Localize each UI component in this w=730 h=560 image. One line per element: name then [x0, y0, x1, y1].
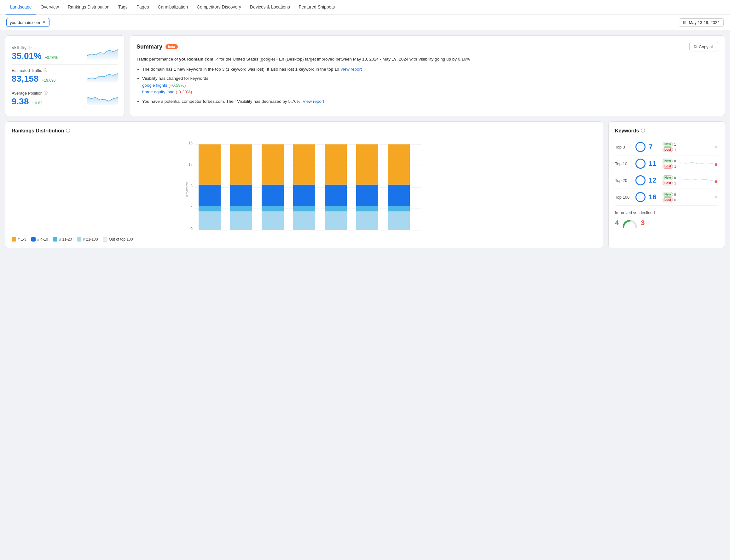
svg-text:8: 8	[190, 184, 193, 188]
bottom-row: Rankings Distribution ⓘ 0 4 8 12 16	[5, 121, 725, 248]
visibility-sparkline	[87, 47, 118, 60]
nav-featured-snippets[interactable]: Featured Snippets	[295, 0, 339, 15]
kw1-link[interactable]: google flights	[142, 83, 167, 88]
bullet1-text: The domain has 1 new keyword in the top …	[142, 67, 339, 72]
top100-label: Top 100	[615, 195, 632, 200]
summary-header: Summary beta ⧉ Copy all	[137, 42, 718, 51]
declined-value: 3	[641, 219, 645, 227]
nav-tags[interactable]: Tags	[114, 0, 131, 15]
bar5-1-3	[325, 144, 347, 185]
legend-1-3-dot	[12, 237, 16, 242]
bullet2-text: Visibility has changed for keywords:	[142, 76, 210, 81]
summary-bullets: The domain has 1 new keyword in the top …	[137, 66, 718, 105]
nav-competitors-discovery[interactable]: Competitors Discovery	[193, 0, 245, 15]
bar6-21-100	[356, 212, 378, 230]
bar2-1-3	[230, 144, 252, 185]
domain-link[interactable]: ↗	[215, 57, 219, 61]
nav-cannibalization[interactable]: Cannibalization	[154, 0, 192, 15]
top20-new-lost: New 0 Lost 1	[663, 175, 676, 185]
nav-rankings-distribution[interactable]: Rankings Distribution	[64, 0, 113, 15]
chart-legend: # 1-3 # 4-10 # 11-20 # 21-100 Out of top…	[12, 237, 597, 242]
top100-lost-val: 0	[674, 198, 676, 202]
gauge-icon	[622, 218, 638, 228]
bullet1-link[interactable]: View report	[341, 67, 362, 72]
svg-text:May 18: May 18	[362, 233, 373, 233]
bar6-1-3	[356, 144, 378, 185]
keywords-top100-row: Top 100 16 New 0 Lost 0	[615, 189, 718, 206]
top3-new-val: 1	[674, 143, 676, 146]
bar4-21-100	[293, 212, 315, 230]
top20-value: 12	[649, 176, 658, 184]
nav-pages[interactable]: Pages	[133, 0, 153, 15]
visibility-label: Visibility	[12, 45, 26, 50]
nav-devices-locations[interactable]: Devices & Locations	[246, 0, 294, 15]
svg-text:12: 12	[189, 162, 193, 167]
bar4-11-20	[293, 206, 315, 212]
legend-11-20-dot	[53, 237, 57, 242]
improved-declined-section: Improved vs. declined 4 3	[615, 207, 718, 228]
top20-sparkline	[679, 176, 718, 185]
copy-label: Copy all	[699, 44, 714, 49]
traffic-info-icon[interactable]: ⓘ	[44, 68, 47, 73]
kw2-change: (-0.29%)	[176, 90, 192, 94]
domain-clear-button[interactable]: ✕	[42, 20, 46, 25]
traffic-metric: Estimated Traffic ⓘ 83,158 +19,690	[12, 65, 118, 87]
position-info-icon[interactable]: ⓘ	[44, 90, 48, 96]
bar4-4-10	[293, 185, 315, 206]
top100-new-badge: New	[663, 192, 673, 197]
position-sparkline	[87, 92, 118, 105]
navigation: Landscape Overview Rankings Distribution…	[0, 0, 730, 15]
copy-all-button[interactable]: ⧉ Copy all	[689, 42, 718, 51]
top20-lost-val: 1	[674, 181, 676, 185]
keywords-top10-row: Top 10 11 New 0 Lost 1	[615, 155, 718, 172]
top3-label: Top 3	[615, 145, 632, 149]
rankings-chart-svg: 0 4 8 12 16 Keywords	[12, 139, 597, 233]
top3-lost-val: 1	[674, 148, 676, 152]
legend-1-3: # 1-3	[12, 237, 26, 242]
main-content: Visibility ⓘ 35.01% +0.16%	[0, 30, 730, 253]
keywords-info-icon[interactable]: ⓘ	[641, 128, 645, 134]
legend-out-top100: Out of top 100	[103, 237, 133, 242]
top-row: Visibility ⓘ 35.01% +0.16%	[5, 35, 725, 116]
top10-lost-badge: Lost	[663, 164, 673, 169]
bar7-1-3	[388, 144, 410, 185]
improved-value: 4	[615, 219, 619, 227]
rankings-distribution-card: Rankings Distribution ⓘ 0 4 8 12 16	[5, 121, 603, 248]
top10-value: 11	[649, 160, 658, 168]
bar7-11-20	[388, 206, 410, 212]
top100-lost-badge: Lost	[663, 197, 673, 202]
summary-title-area: Summary beta	[137, 44, 178, 50]
top100-sparkline	[679, 192, 718, 202]
summary-bullet-2: Visibility has changed for keywords: goo…	[142, 75, 718, 96]
visibility-info-icon[interactable]: ⓘ	[28, 45, 32, 50]
svg-point-20	[715, 163, 717, 166]
kw2-link[interactable]: home equity loan	[142, 90, 175, 94]
legend-11-20-label: # 11-20	[59, 237, 72, 242]
domain-value: yourdomain.com	[10, 20, 40, 25]
bar5-21-100	[325, 212, 347, 230]
top3-new-lost: New 1 Lost 1	[663, 142, 676, 152]
top3-lost-badge: Lost	[663, 147, 673, 152]
position-change: ↑ 0.62	[32, 101, 42, 105]
top10-sparkline	[679, 159, 718, 168]
nav-landscape[interactable]: Landscape	[6, 0, 36, 15]
summary-bullet-3: You have a potential competitor forbes.c…	[142, 98, 718, 105]
domain-filter[interactable]: yourdomain.com ✕	[6, 18, 50, 27]
legend-4-10: # 4-10	[31, 237, 48, 242]
metrics-card: Visibility ⓘ 35.01% +0.16%	[5, 35, 125, 116]
svg-point-21	[715, 180, 717, 183]
nav-overview[interactable]: Overview	[37, 0, 63, 15]
svg-text:May 17: May 17	[330, 233, 342, 233]
date-range-picker[interactable]: 🗓 May 13-19, 2024	[679, 18, 724, 27]
rankings-info-icon[interactable]: ⓘ	[66, 128, 70, 134]
copy-icon: ⧉	[694, 44, 697, 49]
legend-out-top100-label: Out of top 100	[109, 237, 133, 242]
top100-new-lost: New 0 Lost 0	[663, 192, 676, 202]
legend-21-100-label: # 21-100	[83, 237, 98, 242]
svg-text:May 15: May 15	[267, 233, 278, 233]
legend-1-3-label: # 1-3	[18, 237, 26, 242]
visibility-metric: Visibility ⓘ 35.01% +0.16%	[12, 42, 118, 65]
bullet3-link[interactable]: View report	[303, 99, 324, 104]
top10-circle	[635, 159, 645, 169]
svg-text:May 14: May 14	[236, 233, 247, 233]
